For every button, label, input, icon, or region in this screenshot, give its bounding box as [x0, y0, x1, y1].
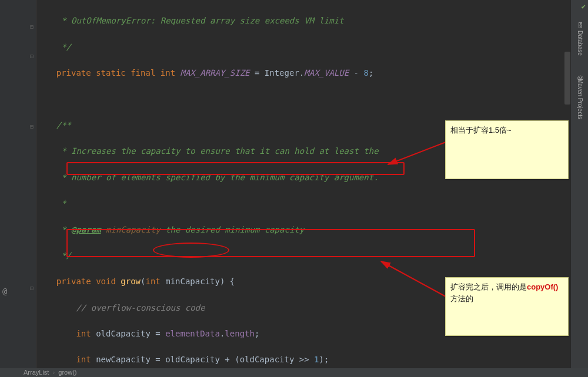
note-text: 扩容完之后，调用的是 [450, 282, 527, 291]
note-text-highlight: copyOf() [527, 282, 558, 291]
fold-icon[interactable]: ⊟ [30, 285, 34, 291]
breadcrumb-class[interactable]: ArrayList [24, 369, 49, 376]
fold-icon[interactable]: ⊟ [30, 123, 34, 130]
method-grow: grow [121, 277, 141, 286]
doc-comment: /** [36, 120, 71, 130]
breadcrumb-bar[interactable]: ArrayList › grow() [0, 368, 588, 377]
tool-tab-database[interactable]: 🗄 Database [573, 22, 587, 63]
fold-icon[interactable]: ⊟ [30, 53, 34, 59]
annotation-note-1[interactable]: 相当于扩容1.5倍~ [445, 120, 569, 179]
tool-tab-maven[interactable]: Ⓜ Maven Projects [573, 70, 587, 135]
scrollbar-thumb[interactable] [564, 52, 570, 105]
override-marker-icon: @ [2, 287, 7, 296]
annotation-note-2[interactable]: 扩容完之后，调用的是copyOf()方法的 [445, 277, 569, 336]
inspection-ok-icon[interactable]: ✔ [582, 2, 586, 11]
fold-icon[interactable]: ⊟ [30, 23, 34, 30]
maven-icon: Ⓜ [576, 70, 584, 76]
editor-gutter[interactable]: @ ⊟ ⊟ ⊟ ⊟ [0, 0, 36, 368]
note-text: 相当于扩容1.5倍~ [450, 126, 512, 134]
doc-comment: * OutOfMemoryError: Requested array size… [36, 16, 344, 25]
doc-comment: */ [36, 42, 71, 52]
note-text: 方法的 [450, 294, 473, 303]
breadcrumb-method[interactable]: grow() [58, 369, 76, 376]
database-icon: 🗄 [576, 22, 583, 28]
